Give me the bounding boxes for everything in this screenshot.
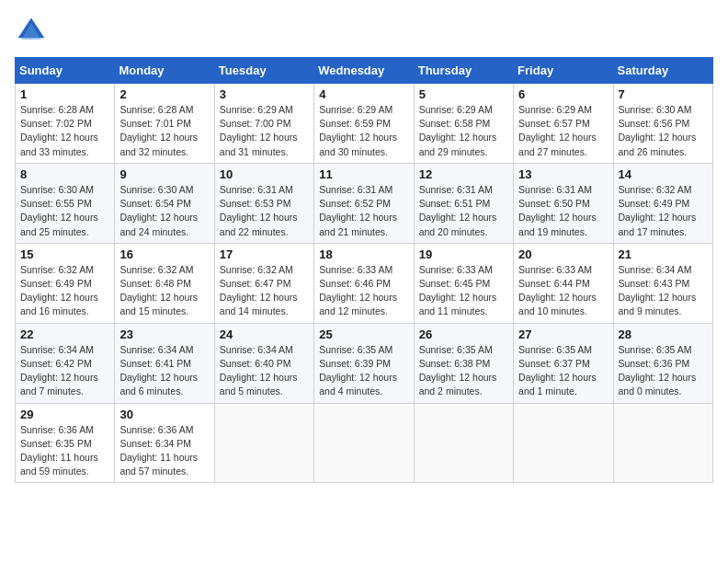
day-info: Sunrise: 6:32 AM Sunset: 6:48 PM Dayligh… bbox=[119, 263, 209, 319]
day-info: Sunrise: 6:35 AM Sunset: 6:38 PM Dayligh… bbox=[419, 343, 508, 399]
calendar-day-cell: 1 Sunrise: 6:28 AM Sunset: 7:02 PM Dayli… bbox=[16, 84, 115, 164]
calendar-day-cell: 20 Sunrise: 6:33 AM Sunset: 6:44 PM Dayl… bbox=[514, 243, 613, 323]
day-number: 15 bbox=[20, 247, 109, 261]
day-number: 3 bbox=[220, 87, 309, 101]
weekday-header: Wednesday bbox=[314, 58, 414, 84]
day-number: 10 bbox=[220, 167, 309, 181]
day-info: Sunrise: 6:31 AM Sunset: 6:52 PM Dayligh… bbox=[319, 183, 408, 239]
calendar-day-cell: 9 Sunrise: 6:30 AM Sunset: 6:54 PM Dayli… bbox=[115, 163, 214, 243]
calendar-day-cell: 2 Sunrise: 6:28 AM Sunset: 7:01 PM Dayli… bbox=[115, 84, 214, 164]
calendar-day-cell: 4 Sunrise: 6:29 AM Sunset: 6:59 PM Dayli… bbox=[314, 84, 414, 164]
day-info: Sunrise: 6:30 AM Sunset: 6:55 PM Dayligh… bbox=[20, 183, 109, 239]
day-info: Sunrise: 6:30 AM Sunset: 6:54 PM Dayligh… bbox=[119, 183, 209, 239]
day-number: 8 bbox=[20, 167, 109, 181]
day-number: 18 bbox=[319, 247, 408, 261]
day-number: 29 bbox=[20, 408, 109, 421]
day-info: Sunrise: 6:33 AM Sunset: 6:46 PM Dayligh… bbox=[319, 263, 408, 319]
day-number: 30 bbox=[119, 408, 209, 421]
calendar-day-cell: 25 Sunrise: 6:35 AM Sunset: 6:39 PM Dayl… bbox=[314, 323, 414, 403]
calendar-day-cell bbox=[214, 403, 313, 483]
calendar-day-cell: 3 Sunrise: 6:29 AM Sunset: 7:00 PM Dayli… bbox=[214, 84, 313, 164]
calendar-day-cell: 23 Sunrise: 6:34 AM Sunset: 6:41 PM Dayl… bbox=[115, 323, 214, 403]
weekday-header: Thursday bbox=[414, 58, 513, 84]
calendar-day-cell: 26 Sunrise: 6:35 AM Sunset: 6:38 PM Dayl… bbox=[414, 323, 513, 403]
day-number: 22 bbox=[20, 327, 109, 341]
day-info: Sunrise: 6:34 AM Sunset: 6:43 PM Dayligh… bbox=[619, 263, 708, 319]
calendar-week-row: 8 Sunrise: 6:30 AM Sunset: 6:55 PM Dayli… bbox=[16, 163, 713, 243]
calendar-day-cell: 21 Sunrise: 6:34 AM Sunset: 6:43 PM Dayl… bbox=[613, 243, 712, 323]
logo bbox=[15, 15, 53, 48]
day-number: 1 bbox=[20, 87, 109, 101]
day-number: 27 bbox=[518, 327, 608, 341]
day-number: 28 bbox=[619, 327, 708, 341]
weekday-header: Monday bbox=[115, 58, 214, 84]
day-number: 25 bbox=[319, 327, 408, 341]
weekday-header: Tuesday bbox=[214, 58, 313, 84]
calendar-day-cell: 28 Sunrise: 6:35 AM Sunset: 6:36 PM Dayl… bbox=[613, 323, 712, 403]
calendar-week-row: 29 Sunrise: 6:36 AM Sunset: 6:35 PM Dayl… bbox=[16, 403, 713, 483]
calendar-day-cell: 29 Sunrise: 6:36 AM Sunset: 6:35 PM Dayl… bbox=[16, 403, 115, 483]
calendar-table: SundayMondayTuesdayWednesdayThursdayFrid… bbox=[15, 57, 713, 483]
calendar-day-cell bbox=[414, 403, 513, 483]
day-info: Sunrise: 6:30 AM Sunset: 6:56 PM Dayligh… bbox=[619, 103, 708, 159]
day-info: Sunrise: 6:29 AM Sunset: 6:57 PM Dayligh… bbox=[518, 103, 608, 159]
weekday-header: Friday bbox=[514, 58, 613, 84]
calendar-day-cell: 27 Sunrise: 6:35 AM Sunset: 6:37 PM Dayl… bbox=[514, 323, 613, 403]
calendar-week-row: 1 Sunrise: 6:28 AM Sunset: 7:02 PM Dayli… bbox=[16, 84, 713, 164]
calendar-day-cell: 11 Sunrise: 6:31 AM Sunset: 6:52 PM Dayl… bbox=[314, 163, 414, 243]
day-number: 14 bbox=[619, 167, 708, 181]
calendar-day-cell: 12 Sunrise: 6:31 AM Sunset: 6:51 PM Dayl… bbox=[414, 163, 513, 243]
calendar-day-cell bbox=[514, 403, 613, 483]
day-number: 26 bbox=[419, 327, 508, 341]
calendar-day-cell: 7 Sunrise: 6:30 AM Sunset: 6:56 PM Dayli… bbox=[613, 84, 712, 164]
day-info: Sunrise: 6:34 AM Sunset: 6:41 PM Dayligh… bbox=[119, 343, 209, 399]
day-info: Sunrise: 6:34 AM Sunset: 6:42 PM Dayligh… bbox=[20, 343, 109, 399]
day-info: Sunrise: 6:33 AM Sunset: 6:44 PM Dayligh… bbox=[518, 263, 608, 319]
day-number: 9 bbox=[119, 167, 209, 181]
calendar-day-cell: 5 Sunrise: 6:29 AM Sunset: 6:58 PM Dayli… bbox=[414, 84, 513, 164]
day-number: 4 bbox=[319, 87, 408, 101]
calendar-day-cell bbox=[613, 403, 712, 483]
calendar-day-cell: 14 Sunrise: 6:32 AM Sunset: 6:49 PM Dayl… bbox=[613, 163, 712, 243]
day-info: Sunrise: 6:29 AM Sunset: 7:00 PM Dayligh… bbox=[220, 103, 309, 159]
day-number: 12 bbox=[419, 167, 508, 181]
day-info: Sunrise: 6:32 AM Sunset: 6:49 PM Dayligh… bbox=[20, 263, 109, 319]
calendar-day-cell: 10 Sunrise: 6:31 AM Sunset: 6:53 PM Dayl… bbox=[214, 163, 313, 243]
calendar-week-row: 22 Sunrise: 6:34 AM Sunset: 6:42 PM Dayl… bbox=[16, 323, 713, 403]
day-number: 17 bbox=[220, 247, 309, 261]
day-number: 7 bbox=[619, 87, 708, 101]
day-info: Sunrise: 6:31 AM Sunset: 6:50 PM Dayligh… bbox=[518, 183, 608, 239]
logo-icon bbox=[15, 15, 48, 48]
calendar-day-cell: 15 Sunrise: 6:32 AM Sunset: 6:49 PM Dayl… bbox=[16, 243, 115, 323]
day-number: 23 bbox=[119, 327, 209, 341]
calendar-week-row: 15 Sunrise: 6:32 AM Sunset: 6:49 PM Dayl… bbox=[16, 243, 713, 323]
calendar-day-cell: 16 Sunrise: 6:32 AM Sunset: 6:48 PM Dayl… bbox=[115, 243, 214, 323]
day-info: Sunrise: 6:32 AM Sunset: 6:49 PM Dayligh… bbox=[619, 183, 708, 239]
day-number: 13 bbox=[518, 167, 608, 181]
calendar-day-cell: 19 Sunrise: 6:33 AM Sunset: 6:45 PM Dayl… bbox=[414, 243, 513, 323]
calendar-day-cell bbox=[314, 403, 414, 483]
calendar-header-row: SundayMondayTuesdayWednesdayThursdayFrid… bbox=[16, 58, 713, 84]
day-number: 20 bbox=[518, 247, 608, 261]
weekday-header: Saturday bbox=[613, 58, 712, 84]
calendar-day-cell: 30 Sunrise: 6:36 AM Sunset: 6:34 PM Dayl… bbox=[115, 403, 214, 483]
day-info: Sunrise: 6:35 AM Sunset: 6:37 PM Dayligh… bbox=[518, 343, 608, 399]
day-number: 24 bbox=[220, 327, 309, 341]
calendar-day-cell: 6 Sunrise: 6:29 AM Sunset: 6:57 PM Dayli… bbox=[514, 84, 613, 164]
calendar-day-cell: 24 Sunrise: 6:34 AM Sunset: 6:40 PM Dayl… bbox=[214, 323, 313, 403]
calendar-day-cell: 13 Sunrise: 6:31 AM Sunset: 6:50 PM Dayl… bbox=[514, 163, 613, 243]
day-info: Sunrise: 6:28 AM Sunset: 7:02 PM Dayligh… bbox=[20, 103, 109, 159]
day-info: Sunrise: 6:36 AM Sunset: 6:34 PM Dayligh… bbox=[119, 423, 209, 479]
calendar-day-cell: 8 Sunrise: 6:30 AM Sunset: 6:55 PM Dayli… bbox=[16, 163, 115, 243]
day-info: Sunrise: 6:33 AM Sunset: 6:45 PM Dayligh… bbox=[419, 263, 508, 319]
day-info: Sunrise: 6:29 AM Sunset: 6:59 PM Dayligh… bbox=[319, 103, 408, 159]
day-info: Sunrise: 6:35 AM Sunset: 6:39 PM Dayligh… bbox=[319, 343, 408, 399]
day-info: Sunrise: 6:35 AM Sunset: 6:36 PM Dayligh… bbox=[619, 343, 708, 399]
day-info: Sunrise: 6:31 AM Sunset: 6:51 PM Dayligh… bbox=[419, 183, 508, 239]
day-info: Sunrise: 6:29 AM Sunset: 6:58 PM Dayligh… bbox=[419, 103, 508, 159]
day-number: 6 bbox=[518, 87, 608, 101]
day-number: 2 bbox=[119, 87, 209, 101]
day-number: 11 bbox=[319, 167, 408, 181]
calendar-day-cell: 17 Sunrise: 6:32 AM Sunset: 6:47 PM Dayl… bbox=[214, 243, 313, 323]
day-number: 19 bbox=[419, 247, 508, 261]
